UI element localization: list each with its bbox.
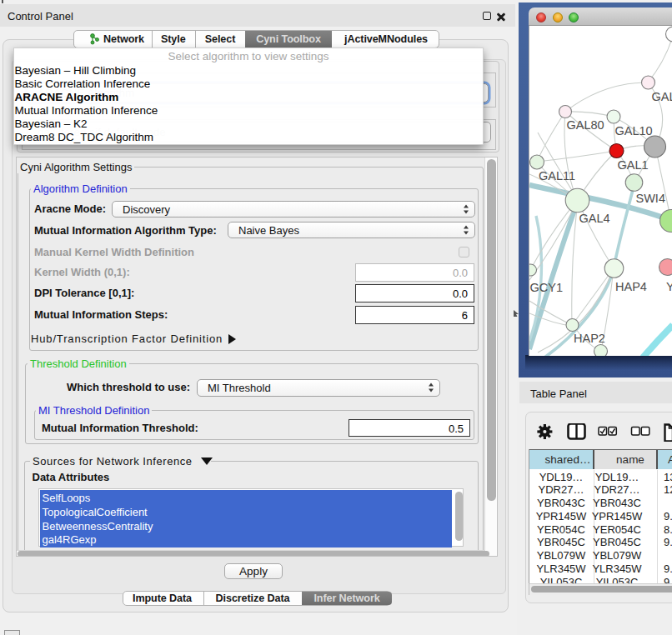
svg-text:GAL80: GAL80: [567, 118, 604, 132]
svg-text:GAL: GAL: [652, 90, 672, 103]
svg-text:HAP4: HAP4: [615, 280, 647, 293]
svg-text:GAL4: GAL4: [579, 212, 610, 225]
svg-text:SWI4: SWI4: [636, 192, 665, 205]
svg-text:GAL10: GAL10: [615, 124, 653, 138]
svg-text:Y: Y: [666, 280, 672, 293]
svg-text:GCY1: GCY1: [530, 281, 564, 294]
svg-text:GAL1: GAL1: [618, 158, 649, 172]
svg-text:GAL11: GAL11: [539, 169, 575, 182]
svg-text:HAP2: HAP2: [574, 332, 605, 345]
